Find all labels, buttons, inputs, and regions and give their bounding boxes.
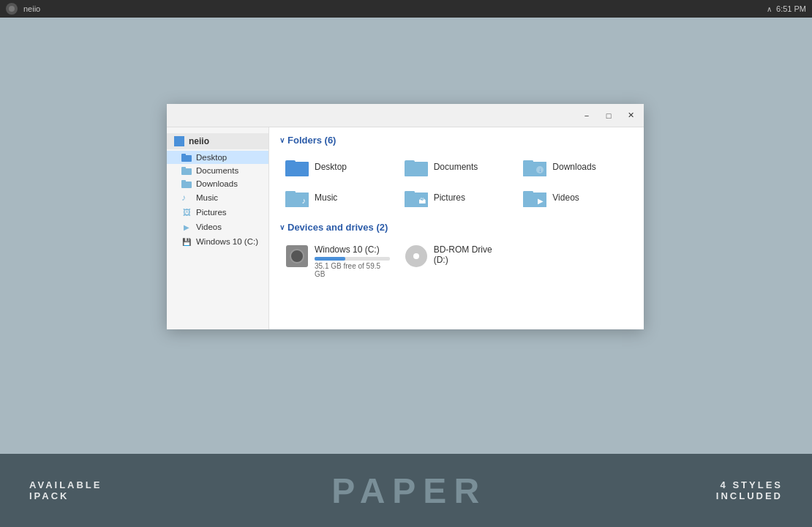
device-name-windows-c: Windows 10 (C:) (315, 244, 390, 255)
folder-item-pictures[interactable]: 🏔 Pictures (399, 184, 515, 212)
footer-available-label: AVAILABLE (29, 479, 102, 490)
sidebar-item-documents[interactable]: Documents (167, 164, 268, 177)
folder-name-documents: Documents (434, 162, 478, 172)
sidebar-label-pictures: Pictures (196, 208, 227, 217)
pictures-folder-icon-lg: 🏔 (405, 188, 428, 207)
hdd-drive-icon (285, 244, 309, 268)
devices-section-header[interactable]: ∨ Devices and drives (2) (279, 222, 634, 233)
folder-name-desktop: Desktop (315, 162, 347, 172)
sidebar-root-item[interactable]: neiio (167, 133, 268, 149)
footer-right: 4 STYLES INCLUDED (716, 479, 783, 501)
downloads-folder-icon-lg: ↓ (523, 157, 546, 176)
documents-folder-icon-lg (405, 157, 428, 176)
desktop-folder-icon (181, 154, 192, 162)
footer-left: AVAILABLE IPACK (29, 479, 102, 501)
device-info-windows-c: Windows 10 (C:) 35.1 GB free of 59.5 GB (315, 244, 390, 278)
sidebar-item-videos[interactable]: ▶ Videos (167, 220, 268, 234)
folder-name-pictures: Pictures (434, 193, 465, 203)
folder-item-videos[interactable]: ▶ Videos (517, 184, 634, 212)
device-name-bdrom-d: BD-ROM Drive (D:) (434, 244, 509, 265)
folders-chevron-icon: ∨ (279, 136, 285, 144)
taskbar-clock: 6:51 PM (776, 4, 806, 13)
storage-bar-fill (315, 257, 345, 261)
music-folder-icon (181, 193, 192, 203)
taskbar-system-icon (6, 3, 18, 15)
folders-grid: Desktop Documents ↓ Downloads (279, 153, 634, 212)
footer-included-label: INCLUDED (716, 490, 783, 501)
folders-section-header[interactable]: ∨ Folders (6) (279, 135, 634, 146)
sidebar-label-videos: Videos (196, 223, 222, 231)
storage-bar-container (315, 257, 390, 261)
devices-grid: Windows 10 (C:) 35.1 GB free of 59.5 GB … (279, 240, 634, 283)
videos-folder-icon-lg: ▶ (523, 188, 546, 207)
documents-folder-icon (181, 167, 192, 175)
downloads-folder-icon (181, 180, 192, 188)
footer-styles-label: 4 STYLES (716, 479, 783, 490)
sidebar-label-downloads: Downloads (196, 179, 238, 188)
main-content: ∨ Folders (6) Desktop Documents (269, 127, 644, 329)
footer: AVAILABLE IPACK PAPER 4 STYLES INCLUDED (0, 454, 812, 527)
taskbar-chevron-icon: ∧ (767, 5, 772, 13)
device-item-windows-c[interactable]: Windows 10 (C:) 35.1 GB free of 59.5 GB (279, 240, 396, 283)
devices-chevron-icon: ∨ (279, 223, 285, 231)
drive-icon: 💾 (181, 236, 192, 247)
svg-point-0 (9, 6, 15, 12)
folder-item-downloads[interactable]: ↓ Downloads (517, 153, 634, 181)
footer-paper-logo: PAPER (331, 471, 486, 511)
sidebar-label-desktop: Desktop (196, 153, 227, 162)
cdrom-drive-icon (405, 244, 428, 268)
folder-item-desktop[interactable]: Desktop (279, 153, 396, 181)
close-button[interactable]: ✕ (620, 108, 641, 124)
sidebar-root-label: neiio (189, 136, 209, 146)
folder-item-documents[interactable]: Documents (399, 153, 515, 181)
file-explorer-window: − □ ✕ neiio Desktop Documents Downloads (167, 104, 644, 329)
sidebar: neiio Desktop Documents Downloads Music … (167, 127, 269, 329)
pictures-folder-icon: 🖼 (181, 207, 192, 217)
sidebar-label-windows-c: Windows 10 (C:) (196, 237, 258, 246)
folder-name-music: Music (315, 193, 337, 203)
device-item-bdrom-d[interactable]: BD-ROM Drive (D:) (399, 240, 515, 283)
storage-text-windows-c: 35.1 GB free of 59.5 GB (315, 262, 390, 278)
folder-name-videos: Videos (552, 193, 579, 203)
sidebar-item-downloads[interactable]: Downloads (167, 177, 268, 190)
sidebar-item-desktop[interactable]: Desktop (167, 151, 268, 164)
taskbar-right: ∧ 6:51 PM (767, 4, 806, 13)
desktop-folder-icon-lg (285, 157, 309, 176)
maximize-button[interactable]: □ (598, 108, 619, 124)
sidebar-root-icon (174, 136, 184, 146)
sidebar-label-documents: Documents (196, 166, 238, 175)
footer-ipack-label: IPACK (29, 490, 102, 501)
taskbar-app-title: neiio (23, 4, 40, 13)
sidebar-item-pictures[interactable]: 🖼 Pictures (167, 205, 268, 220)
music-folder-icon-lg: ♪ (285, 188, 309, 207)
devices-section-label: Devices and drives (2) (287, 222, 388, 233)
videos-folder-icon: ▶ (181, 222, 192, 232)
sidebar-item-windows-c[interactable]: 💾 Windows 10 (C:) (167, 234, 268, 249)
sidebar-item-music[interactable]: Music (167, 190, 268, 205)
folder-item-music[interactable]: ♪ Music (279, 184, 396, 212)
window-body: neiio Desktop Documents Downloads Music … (167, 127, 644, 329)
folder-name-downloads: Downloads (552, 162, 595, 172)
sidebar-label-music: Music (196, 193, 218, 202)
device-info-bdrom-d: BD-ROM Drive (D:) (434, 244, 509, 267)
taskbar-left: neiio (6, 3, 40, 15)
taskbar: neiio ∧ 6:51 PM (0, 0, 812, 18)
minimize-button[interactable]: − (576, 108, 597, 124)
folders-section-label: Folders (6) (287, 135, 336, 146)
window-titlebar: − □ ✕ (167, 104, 644, 127)
window-controls: − □ ✕ (576, 108, 641, 124)
